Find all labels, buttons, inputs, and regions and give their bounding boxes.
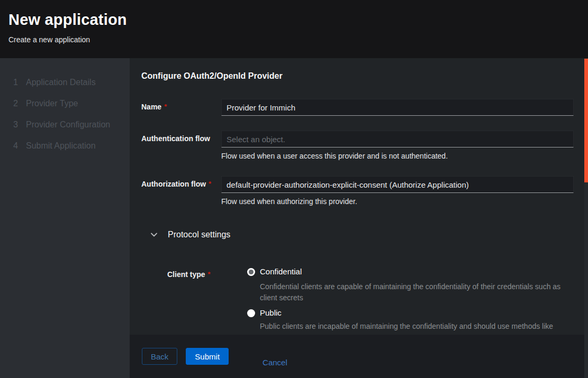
radio-option-label: Confidential: [260, 266, 302, 277]
required-marker: *: [209, 180, 211, 188]
client-type-label: Client type*: [167, 266, 247, 279]
submit-button[interactable]: Submit: [186, 348, 229, 365]
required-marker: *: [208, 270, 211, 278]
scrollbar-thumb[interactable]: [584, 59, 588, 182]
page-subtitle: Create a new application: [8, 35, 580, 44]
form-row-authentication-flow: Authentication flow Flow used when a use…: [141, 131, 574, 161]
name-field-label: Name*: [141, 99, 221, 111]
cancel-link[interactable]: Cancel: [263, 358, 287, 367]
step-label: Provider Configuration: [26, 120, 110, 130]
form-row-name: Name*: [141, 99, 574, 116]
step-number: 2: [13, 99, 26, 108]
step-number: 1: [13, 78, 26, 87]
form-row-authorization-flow: Authorization flow* Flow used when autho…: [141, 176, 574, 206]
form-row-client-type: Client type* Confidential Confidential c…: [167, 266, 574, 335]
wizard-steps-nav: 1 Application Details 2 Provider Type 3 …: [0, 58, 130, 378]
wizard-header: New application Create a new application: [0, 0, 588, 58]
step-number: 3: [13, 120, 26, 130]
protocol-settings-toggle[interactable]: Protocol settings: [151, 229, 574, 240]
step-label: Application Details: [26, 78, 96, 87]
sidebar-step-application-details[interactable]: 1 Application Details: [0, 72, 130, 93]
form-heading: Configure OAuth2/OpenId Provider: [141, 71, 574, 81]
name-input[interactable]: [221, 99, 574, 116]
protocol-settings-body: Client type* Confidential Confidential c…: [167, 266, 574, 335]
authentication-flow-help-text: Flow used when a user access this provid…: [221, 152, 574, 161]
sidebar-step-provider-type[interactable]: 2 Provider Type: [0, 93, 130, 114]
chevron-down-icon: [151, 233, 157, 237]
radio-unselected-icon[interactable]: [247, 309, 255, 317]
step-label: Provider Type: [26, 99, 78, 108]
client-type-option-public[interactable]: Public: [247, 308, 574, 318]
provider-form: Configure OAuth2/OpenId Provider Name* A…: [130, 58, 588, 335]
client-type-option-confidential[interactable]: Confidential: [247, 266, 574, 277]
wizard-footer: Back Submit Cancel: [130, 335, 588, 378]
authentication-flow-label: Authentication flow: [141, 131, 221, 143]
radio-selected-icon[interactable]: [247, 268, 255, 276]
step-number: 4: [13, 141, 26, 151]
authorization-flow-help-text: Flow used when authorizing this provider…: [221, 197, 574, 206]
required-marker: *: [164, 103, 167, 110]
public-description: Public clients are incapable of maintain…: [260, 320, 573, 335]
new-application-wizard: New application Create a new application…: [0, 0, 588, 378]
authorization-flow-label: Authorization flow*: [141, 176, 221, 188]
step-label: Submit Application: [26, 141, 96, 151]
back-button[interactable]: Back: [142, 348, 177, 365]
protocol-settings-label: Protocol settings: [168, 229, 230, 240]
authorization-flow-input[interactable]: [221, 176, 574, 193]
wizard-main-panel: Configure OAuth2/OpenId Provider Name* A…: [130, 58, 588, 378]
authentication-flow-input[interactable]: [221, 131, 574, 147]
sidebar-step-submit-application[interactable]: 4 Submit Application: [0, 135, 130, 156]
sidebar-step-provider-configuration[interactable]: 3 Provider Configuration: [0, 114, 130, 135]
page-title: New application: [8, 11, 580, 29]
confidential-description: Confidential clients are capable of main…: [260, 281, 573, 303]
radio-option-label: Public: [260, 308, 282, 318]
